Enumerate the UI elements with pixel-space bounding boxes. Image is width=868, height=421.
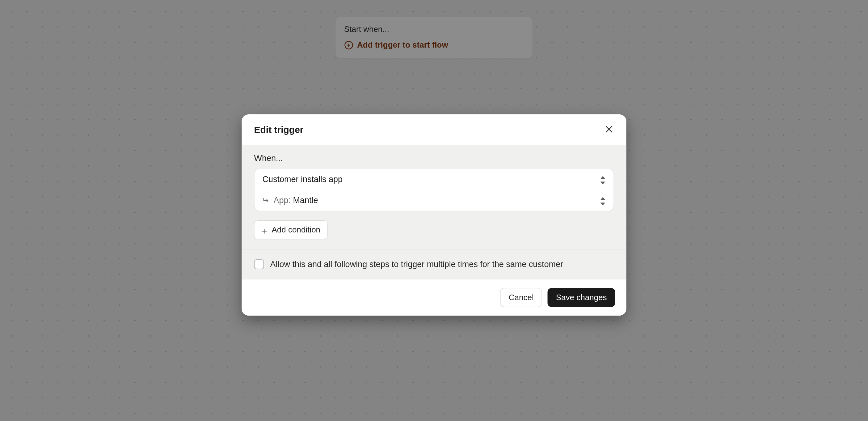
allow-multiple-checkbox[interactable] <box>254 259 264 269</box>
allow-multiple-label: Allow this and all following steps to tr… <box>270 260 563 269</box>
add-condition-button[interactable]: Add condition <box>254 220 328 239</box>
save-changes-button[interactable]: Save changes <box>548 288 615 307</box>
modal-footer: Cancel Save changes <box>242 279 626 315</box>
when-section: When... Customer installs app <box>242 145 626 249</box>
trigger-event-select[interactable]: Customer installs app <box>254 169 614 190</box>
app-select-value: Mantle <box>293 196 318 205</box>
modal-header: Edit trigger <box>242 114 626 145</box>
allow-multiple-section: Allow this and all following steps to tr… <box>242 249 626 279</box>
close-button[interactable] <box>603 124 615 136</box>
add-condition-label: Add condition <box>272 225 321 235</box>
close-icon <box>604 124 614 136</box>
plus-icon <box>261 227 268 233</box>
trigger-select-group: Customer installs app <box>254 169 614 211</box>
app-select-prefix: App: <box>274 196 291 205</box>
flow-canvas: Start when... Add trigger to start flow … <box>0 0 868 421</box>
when-label: When... <box>254 154 614 163</box>
trigger-event-value: Customer installs app <box>262 175 343 184</box>
edit-trigger-modal: Edit trigger When... Customer installs a… <box>242 114 626 315</box>
modal-title: Edit trigger <box>254 125 304 135</box>
app-select[interactable]: App: Mantle <box>254 190 614 211</box>
save-changes-label: Save changes <box>556 293 607 302</box>
chevron-updown-icon <box>600 176 606 184</box>
modal-body: When... Customer installs app <box>242 145 626 279</box>
cancel-label: Cancel <box>509 293 534 302</box>
subdirectory-arrow-icon <box>262 197 270 204</box>
cancel-button[interactable]: Cancel <box>500 288 542 307</box>
chevron-updown-icon <box>600 197 606 205</box>
